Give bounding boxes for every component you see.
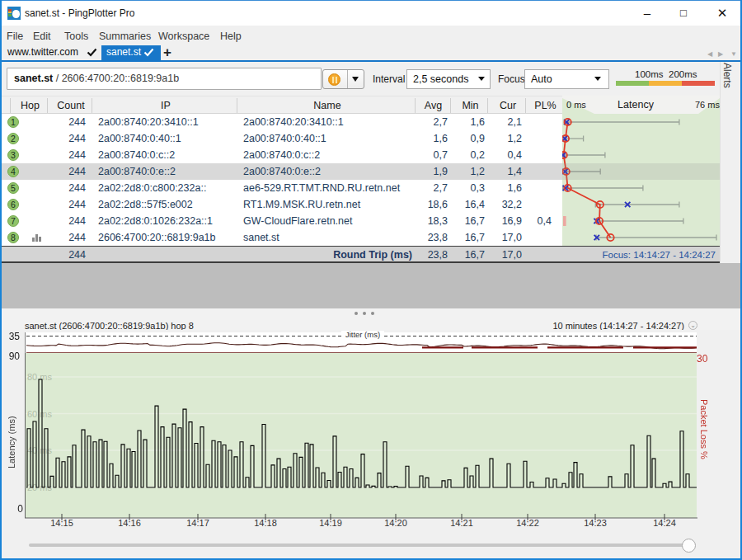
svg-text:14:23: 14:23 [584,518,607,528]
svg-text:80 ms: 80 ms [27,372,52,382]
svg-text:14:16: 14:16 [118,518,141,528]
svg-text:14:24: 14:24 [653,518,676,528]
svg-text:14:18: 14:18 [254,518,277,528]
svg-text:40 ms: 40 ms [27,445,52,455]
svg-text:60 ms: 60 ms [27,409,52,419]
svg-text:14:17: 14:17 [186,518,209,528]
svg-text:14:20: 14:20 [384,518,407,528]
svg-text:14:15: 14:15 [50,518,73,528]
svg-text:14:22: 14:22 [516,518,539,528]
svg-text:14:19: 14:19 [319,518,342,528]
svg-text:Jitter (ms): Jitter (ms) [345,330,380,339]
svg-text:14:21: 14:21 [450,518,473,528]
